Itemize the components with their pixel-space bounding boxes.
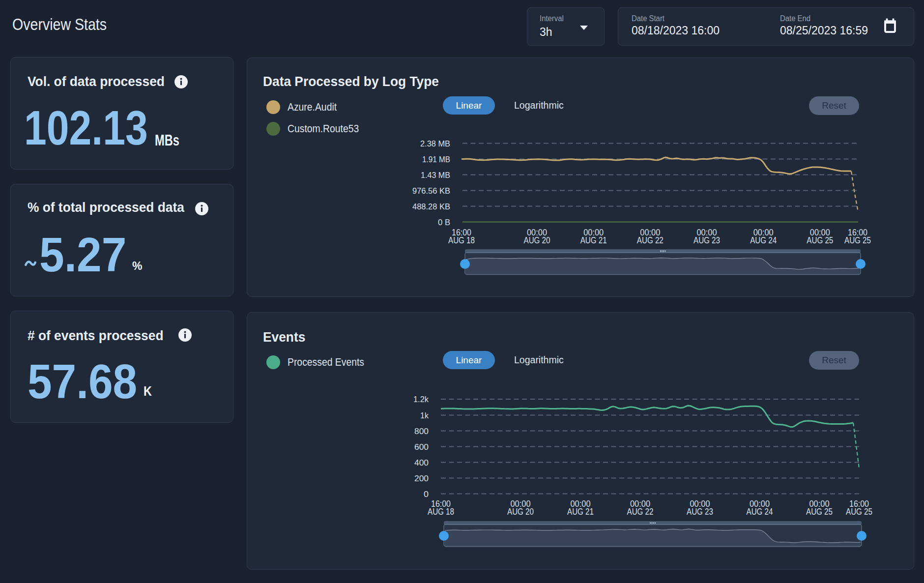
svg-text:1k: 1k bbox=[420, 411, 429, 420]
svg-text:400: 400 bbox=[414, 458, 429, 467]
svg-text:200: 200 bbox=[414, 474, 429, 483]
svg-text:AUG 18: AUG 18 bbox=[448, 235, 475, 245]
svg-text:AUG 21: AUG 21 bbox=[567, 507, 594, 517]
svg-text:AUG 25: AUG 25 bbox=[844, 235, 871, 245]
svg-text:1.2k: 1.2k bbox=[413, 395, 429, 404]
svg-text:800: 800 bbox=[414, 427, 429, 436]
svg-text:AUG 24: AUG 24 bbox=[750, 235, 777, 245]
svg-text:AUG 20: AUG 20 bbox=[524, 235, 550, 245]
svg-text:AUG 24: AUG 24 bbox=[747, 507, 773, 517]
svg-text:AUG 21: AUG 21 bbox=[580, 235, 607, 245]
svg-text:976.56 KB: 976.56 KB bbox=[412, 186, 450, 196]
svg-text:2.38 MB: 2.38 MB bbox=[420, 139, 450, 148]
svg-text:1.91 MB: 1.91 MB bbox=[422, 155, 450, 164]
svg-text:AUG 22: AUG 22 bbox=[637, 235, 664, 245]
svg-text:600: 600 bbox=[414, 442, 429, 452]
svg-text:0 B: 0 B bbox=[438, 218, 450, 227]
svg-text:AUG 25: AUG 25 bbox=[807, 235, 833, 245]
svg-text:0: 0 bbox=[424, 490, 429, 499]
svg-text:488.28 KB: 488.28 KB bbox=[412, 202, 450, 211]
svg-text:AUG 25: AUG 25 bbox=[806, 507, 833, 517]
svg-text:AUG 20: AUG 20 bbox=[507, 507, 534, 517]
svg-text:AUG 23: AUG 23 bbox=[687, 507, 713, 517]
svg-text:1.43 MB: 1.43 MB bbox=[421, 171, 450, 180]
svg-text:AUG 22: AUG 22 bbox=[627, 507, 654, 517]
svg-text:AUG 25: AUG 25 bbox=[846, 507, 872, 517]
svg-text:AUG 23: AUG 23 bbox=[693, 235, 720, 245]
svg-text:AUG 18: AUG 18 bbox=[428, 507, 454, 517]
